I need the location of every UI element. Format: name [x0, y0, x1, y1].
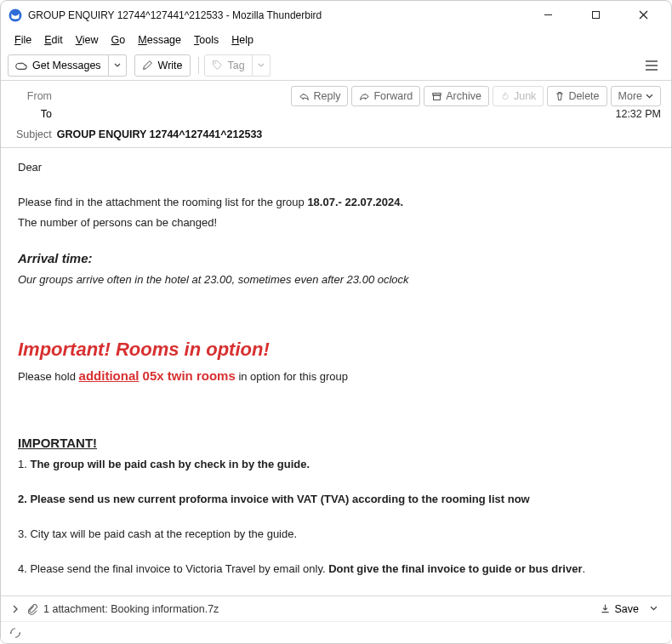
attachment-bar: 1 attachment: Booking information.7z Sav… [1, 596, 671, 621]
body-greeting: Dear [18, 160, 654, 175]
tag-label: Tag [228, 60, 245, 71]
pencil-icon [142, 60, 153, 71]
body-arrival-heading: Arrival time: [18, 250, 654, 267]
body-item-2: 2. Please send us new current proforma i… [18, 492, 654, 507]
window-title: GROUP ENQUIRY 12744^127441^212533 - Mozi… [28, 9, 532, 21]
menu-message[interactable]: Message [133, 32, 186, 48]
paperclip-icon [26, 603, 38, 615]
body-arrival-text: Our groups arrive often in the hotel at … [18, 272, 654, 288]
maximize-button[interactable] [579, 3, 612, 27]
get-messages-dropdown[interactable] [109, 54, 127, 77]
message-time: 12:32 PM [615, 108, 661, 120]
reply-icon [299, 92, 310, 101]
get-messages-label: Get Messages [32, 60, 101, 71]
tag-icon [212, 60, 223, 71]
sync-status-icon[interactable] [9, 627, 21, 639]
message-action-bar: Reply Forward Archive Junk Delete More [291, 86, 661, 106]
archive-button[interactable]: Archive [424, 86, 489, 106]
save-download-icon [600, 603, 611, 614]
more-label: More [618, 90, 642, 102]
thunderbird-app-icon [8, 8, 23, 23]
close-button[interactable] [627, 3, 659, 27]
save-attachment-button[interactable]: Save [594, 601, 646, 618]
body-line-persons: The number of persons can be changed! [18, 215, 654, 231]
body-important-red-heading: Important! Rooms in option! [18, 337, 654, 362]
reply-label: Reply [313, 90, 340, 102]
subject-label: Subject [16, 128, 52, 140]
menu-edit[interactable]: Edit [39, 32, 68, 48]
main-toolbar: Get Messages Write Tag [1, 50, 671, 81]
body-line-attachment: Please find in the attachment the roomin… [18, 195, 654, 210]
menu-bar: File Edit View Go Message Tools Help [1, 30, 671, 50]
junk-button[interactable]: Junk [493, 86, 544, 106]
download-cloud-icon [15, 60, 27, 71]
archive-icon [431, 92, 442, 101]
more-button[interactable]: More [611, 86, 661, 106]
attachment-summary[interactable]: 1 attachment: Booking information.7z [43, 603, 219, 615]
body-important-heading: IMPORTANT! [18, 435, 654, 452]
body-item-4: 4. Please send the final invoice to Vict… [18, 561, 654, 575]
delete-label: Delete [568, 90, 599, 102]
write-label: Write [158, 60, 183, 71]
trash-icon [555, 91, 565, 101]
app-menu-button[interactable] [639, 54, 664, 77]
body-item-1: 1. The group will be paid cash by check … [18, 457, 654, 472]
fire-icon [500, 91, 510, 101]
forward-button[interactable]: Forward [351, 86, 420, 106]
write-button[interactable]: Write [134, 54, 191, 77]
tag-button[interactable]: Tag [204, 54, 253, 77]
menu-go[interactable]: Go [106, 32, 131, 48]
junk-label: Junk [514, 90, 536, 102]
get-messages-button[interactable]: Get Messages [8, 54, 109, 77]
body-item-3: 3. City tax will be paid cash at the rec… [18, 527, 654, 542]
menu-tools[interactable]: Tools [189, 32, 224, 48]
svg-rect-2 [592, 12, 599, 19]
message-body: Dear Please find in the attachment the r… [1, 148, 671, 575]
archive-label: Archive [446, 90, 481, 102]
body-hold-line: Please hold additional 05x twin rooms in… [18, 368, 654, 385]
svg-rect-10 [434, 94, 441, 100]
svg-point-5 [214, 62, 216, 64]
menu-help[interactable]: Help [226, 32, 259, 48]
message-header: From Reply Forward Archive Junk Delete M… [1, 81, 671, 148]
svg-point-0 [9, 9, 22, 21]
delete-button[interactable]: Delete [547, 86, 607, 106]
save-dropdown[interactable] [646, 603, 661, 614]
tag-dropdown[interactable] [253, 54, 271, 77]
to-label: To [16, 108, 52, 120]
menu-view[interactable]: View [71, 32, 104, 48]
subject-value: GROUP ENQUIRY 12744^127441^212533 [57, 128, 263, 140]
expand-attachments-button[interactable] [11, 605, 20, 613]
forward-label: Forward [373, 90, 413, 102]
svg-point-12 [19, 632, 20, 634]
save-label: Save [615, 603, 640, 615]
reply-button[interactable]: Reply [291, 86, 348, 106]
status-bar [1, 621, 671, 643]
minimize-button[interactable] [532, 3, 564, 27]
svg-point-11 [10, 632, 12, 634]
forward-icon [359, 92, 370, 101]
toolbar-separator [198, 57, 199, 74]
from-label: From [16, 90, 52, 102]
menu-file[interactable]: File [9, 32, 37, 48]
